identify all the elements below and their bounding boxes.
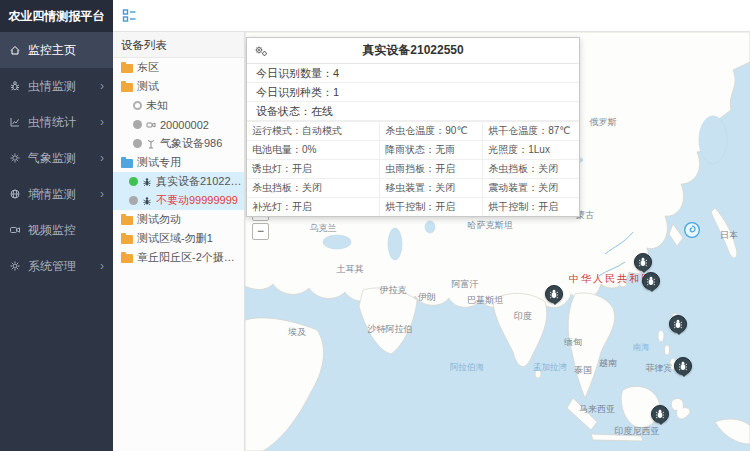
tree-node-test-special[interactable]: 测试专用: [113, 153, 244, 172]
bug-pin-icon: [672, 318, 684, 330]
tree-node-label: 测试区域-勿删1: [137, 231, 213, 246]
content: 设备列表 东区 测试 未知 200: [113, 32, 750, 451]
video-camera-icon: [9, 224, 21, 236]
device-marker[interactable]: [634, 253, 652, 271]
status-cell: 虫雨挡板：开启: [380, 160, 483, 179]
offline-status-dot: [129, 196, 138, 205]
weather-station-icon: [146, 139, 156, 149]
popup-info-types: 今日识别种类：1: [247, 83, 579, 102]
chevron-right-icon: ›: [100, 151, 104, 165]
status-cell: 杀虫挡板：关闭: [483, 160, 579, 179]
typhoon-marker[interactable]: [683, 221, 701, 239]
status-cell: 杀虫挡板：关闭: [247, 179, 380, 198]
gear-icon: [9, 260, 21, 272]
table-row: 补光灯：开启 烘干控制：开启 烘干控制：开启: [247, 198, 579, 217]
tree-node-weather-986[interactable]: 气象设备986: [113, 134, 244, 153]
bug-pin-icon: [637, 256, 649, 268]
sidebar-item-label: 虫情监测: [28, 78, 93, 95]
sidebar-item-weather-monitor[interactable]: 气象监测 ›: [0, 140, 113, 176]
zoom-out-button[interactable]: −: [252, 223, 269, 240]
table-row: 电池电量：0% 降雨状态：无雨 光照度：1Lux: [247, 141, 579, 160]
sidebar-nav: 监控主页 虫情监测 › 虫情统计 › 气象监测: [0, 32, 113, 284]
tree-node-dont-touch-99999999[interactable]: 不要动99999999: [113, 191, 244, 210]
status-cell: 降雨状态：无雨: [380, 141, 483, 160]
device-list-toggle-icon[interactable]: [122, 8, 137, 23]
tree-node-label: 真实设备21022550: [156, 174, 244, 189]
folder-icon: [121, 83, 133, 92]
home-icon: [9, 44, 21, 56]
gears-icon: [254, 44, 268, 58]
sidebar-item-soil-monitor[interactable]: 墒情监测 ›: [0, 176, 113, 212]
tree-node-real-device-21022550[interactable]: 真实设备21022550: [113, 172, 244, 191]
device-marker[interactable]: [642, 272, 660, 290]
offline-status-dot: [133, 120, 142, 129]
device-marker[interactable]: [545, 285, 563, 303]
status-cell: 烘干控制：开启: [483, 198, 579, 217]
status-cell: 运行模式：自动模式: [247, 122, 380, 141]
device-list-panel: 设备列表 东区 测试 未知 200: [113, 32, 245, 451]
status-cell: 烘干仓温度：87℃: [483, 122, 579, 141]
main-area: 设备列表 东区 测试 未知 200: [113, 0, 750, 451]
status-cell: 光照度：1Lux: [483, 141, 579, 160]
status-cell: 移虫装置：关闭: [380, 179, 483, 198]
device-marker[interactable]: [651, 405, 669, 423]
tree-node-label: 测试勿动: [137, 212, 181, 227]
tree-node-label: 20000002: [160, 119, 209, 131]
chevron-right-icon: ›: [100, 187, 104, 201]
tree-node-zhangqiu[interactable]: 章丘阳丘区-2个摄像头: [113, 248, 244, 267]
sidebar-item-insect-monitor[interactable]: 虫情监测 ›: [0, 68, 113, 104]
bug-pin-icon: [654, 408, 666, 420]
device-marker[interactable]: [674, 357, 692, 375]
popup-info-status: 设备状态：在线: [247, 102, 579, 121]
table-row: 运行模式：自动模式 杀虫仓温度：90℃ 烘干仓温度：87℃: [247, 122, 579, 141]
typhoon-icon: [683, 221, 701, 239]
popup-info-count: 今日识别数量：4: [247, 64, 579, 83]
folder-icon: [121, 235, 133, 244]
folder-icon: [121, 159, 133, 168]
tree-node-east[interactable]: 东区: [113, 58, 244, 77]
sidebar-item-monitor-home[interactable]: 监控主页: [0, 32, 113, 68]
folder-icon: [121, 216, 133, 225]
tree-node-test-no-move[interactable]: 测试勿动: [113, 210, 244, 229]
tree-node-label: 测试专用: [137, 155, 181, 170]
tree-node-label: 章丘阳丘区-2个摄像头: [137, 250, 244, 265]
popup-title: 真实设备21022550: [362, 42, 463, 59]
folder-icon: [121, 254, 133, 263]
device-info-popup: 真实设备21022550 今日识别数量：4 今日识别种类：1 设备状态：在线 运…: [246, 37, 580, 217]
chevron-right-icon: ›: [100, 79, 104, 93]
camera-icon: [146, 120, 156, 130]
globe-icon: [9, 188, 21, 200]
app-window: 农业四情测报平台 监控主页 虫情监测 › 虫情统计 ›: [0, 0, 750, 451]
bug-device-icon: [142, 177, 152, 187]
popup-header: 真实设备21022550: [247, 38, 579, 64]
sidebar-item-label: 视频监控: [28, 222, 104, 239]
online-status-dot: [129, 177, 138, 186]
status-cell: 杀虫仓温度：90℃: [380, 122, 483, 141]
tree-node-test[interactable]: 测试: [113, 77, 244, 96]
map-canvas[interactable]: 俄罗斯 蒙古 哈萨克斯坦 乌克兰 土耳其 伊拉克 伊朗 阿富汗 巴基斯坦 沙特阿…: [245, 32, 750, 451]
sidebar-item-video-monitor[interactable]: 视频监控: [0, 212, 113, 248]
tree-node-unknown[interactable]: 未知: [113, 96, 244, 115]
sidebar-item-insect-stats[interactable]: 虫情统计 ›: [0, 104, 113, 140]
tree-node-test-area[interactable]: 测试区域-勿删1: [113, 229, 244, 248]
status-cell: 诱虫灯：开启: [247, 160, 380, 179]
popup-status-table: 运行模式：自动模式 杀虫仓温度：90℃ 烘干仓温度：87℃ 电池电量：0% 降雨…: [247, 121, 579, 216]
sidebar-item-label: 墒情监测: [28, 186, 93, 203]
app-title: 农业四情测报平台: [0, 0, 113, 32]
bug-pin-icon: [677, 360, 689, 372]
offline-status-dot: [133, 139, 142, 148]
tree-node-label: 测试: [137, 79, 159, 94]
sidebar-item-label: 虫情统计: [28, 114, 93, 131]
tree-node-label: 不要动99999999: [156, 193, 238, 208]
sidebar-item-label: 监控主页: [28, 42, 104, 59]
status-cell: 补光灯：开启: [247, 198, 380, 217]
device-list-title: 设备列表: [113, 32, 244, 58]
device-marker[interactable]: [669, 315, 687, 333]
bug-device-icon: [142, 196, 152, 206]
status-cell: 电池电量：0%: [247, 141, 380, 160]
folder-icon: [121, 64, 133, 73]
chart-icon: [9, 116, 21, 128]
tree-node-label: 气象设备986: [160, 136, 222, 151]
sidebar-item-system-admin[interactable]: 系统管理 ›: [0, 248, 113, 284]
tree-node-camera-20000002[interactable]: 20000002: [113, 115, 244, 134]
